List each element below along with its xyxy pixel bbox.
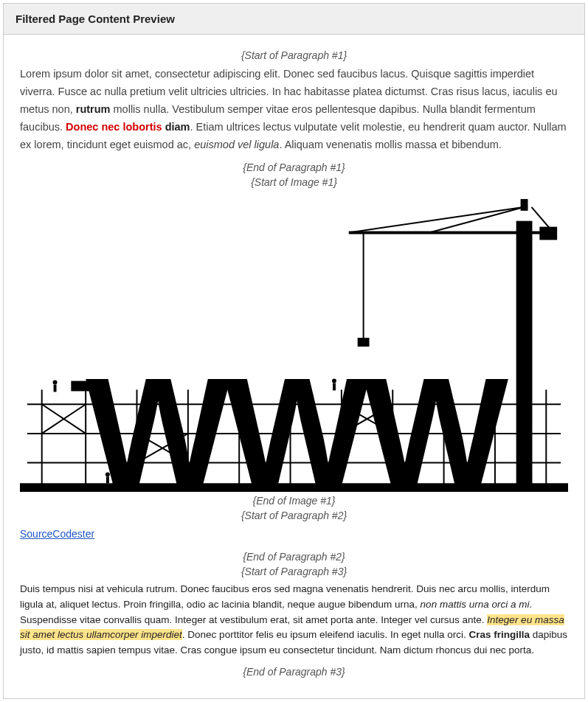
svg-line-10: [429, 206, 525, 232]
p1-text-4: . Aliquam venenatis mollis massa et bibe…: [279, 139, 501, 150]
paragraph-3: Duis tempus nisi at vehicula rutrum. Don…: [20, 582, 568, 659]
marker-img1-start: {Start of Image #1}: [20, 176, 568, 188]
svg-rect-11: [522, 200, 528, 210]
www-construction-icon: WWW: [20, 192, 568, 492]
p1-red-bold: Donec nec lobortis: [66, 121, 162, 133]
marker-img1-end: {End of Image #1}: [20, 495, 568, 507]
p3-text-3: . Donec porttitor felis eu ipsum eleifen…: [182, 629, 469, 640]
marker-p1-end: {End of Paragraph #1}: [20, 161, 568, 173]
sourcecodester-link[interactable]: SourceCodester: [20, 528, 94, 540]
preview-panel: Filtered Page Content Preview {Start of …: [3, 3, 585, 699]
paragraph-2: SourceCodester: [20, 526, 568, 543]
p1-bold-1: rutrum: [76, 103, 111, 115]
svg-rect-37: [54, 384, 57, 392]
marker-p3-end: {End of Paragraph #3}: [20, 666, 568, 678]
svg-text:WWW: WWW: [86, 346, 509, 492]
p1-italic-1: euismod vel ligula: [194, 139, 279, 150]
panel-title: Filtered Page Content Preview: [4, 4, 584, 35]
p3-italic-1: non mattis urna orci a mi: [421, 599, 530, 610]
marker-p1-start: {Start of Paragraph #1}: [20, 49, 568, 61]
svg-point-36: [53, 380, 58, 384]
svg-rect-13: [359, 338, 369, 346]
svg-rect-0: [517, 221, 532, 492]
p3-bold-1: Cras fringilla: [469, 629, 530, 640]
p1-bold-2: diam: [162, 121, 190, 133]
marker-p2-end: {End of Paragraph #2}: [20, 551, 568, 563]
marker-p3-start: {Start of Paragraph #3}: [20, 566, 568, 577]
svg-rect-14: [540, 227, 556, 239]
content-image-1: WWW: [20, 192, 568, 492]
paragraph-1: Lorem ipsum dolor sit amet, consectetur …: [20, 66, 568, 154]
panel-body: {Start of Paragraph #1} Lorem ipsum dolo…: [4, 35, 584, 698]
marker-p2-start: {Start of Paragraph #2}: [20, 510, 568, 521]
svg-line-9: [349, 206, 525, 232]
